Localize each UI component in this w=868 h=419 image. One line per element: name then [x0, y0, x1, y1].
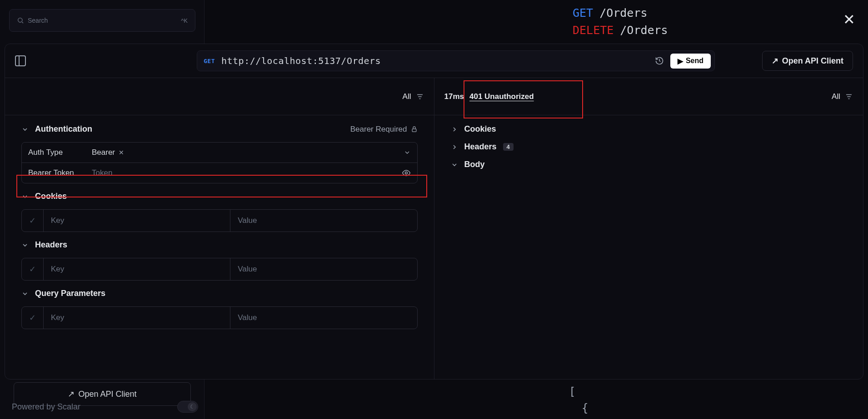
- theme-toggle[interactable]: ☾: [177, 401, 198, 413]
- bearer-token-input[interactable]: Token: [92, 168, 112, 177]
- send-button[interactable]: ▶ Send: [670, 54, 711, 69]
- response-pane: 17ms 401 Unauthorized All Cookies H: [434, 78, 863, 379]
- powered-by-label: Powered by Scalar: [12, 402, 80, 412]
- headers-count-badge: 4: [503, 143, 514, 151]
- section-query-parameters[interactable]: Query Parameters: [21, 289, 418, 298]
- search-placeholder: Search: [28, 17, 48, 24]
- auth-required-label: Bearer Required: [350, 125, 407, 134]
- chevron-down-icon: [451, 161, 458, 168]
- bg-json-preview: [ { "date": "2024-11-26",: [569, 384, 732, 419]
- sidebar-toggle-icon[interactable]: [15, 55, 26, 66]
- response-section-headers[interactable]: Headers 4: [451, 142, 847, 152]
- moon-icon: ☾: [188, 402, 197, 411]
- svg-point-6: [405, 172, 407, 174]
- cookies-value-input[interactable]: Value: [230, 210, 417, 232]
- chevron-right-icon: [451, 143, 458, 151]
- svg-line-1: [22, 22, 23, 23]
- filter-all-label[interactable]: All: [832, 92, 840, 101]
- external-link-icon: ↗: [772, 56, 778, 66]
- request-pane-header: All: [5, 78, 434, 115]
- section-headers[interactable]: Headers: [21, 240, 418, 250]
- modal-body: All Authentication Bearer Required: [5, 78, 863, 379]
- chevron-down-icon: [21, 242, 29, 249]
- lock-icon: [411, 126, 418, 133]
- bg-footer: Powered by Scalar ☾: [12, 401, 198, 413]
- close-icon[interactable]: ✕: [843, 11, 855, 28]
- svg-rect-5: [412, 129, 416, 132]
- bearer-token-row[interactable]: Bearer Token Token: [22, 163, 417, 183]
- row-enable-checkbox[interactable]: ✓: [22, 258, 44, 280]
- cookies-key-input[interactable]: Key: [44, 210, 230, 232]
- open-api-client-button[interactable]: ↗ Open API Client: [762, 51, 853, 71]
- section-authentication[interactable]: Authentication Bearer Required: [21, 124, 418, 134]
- response-pane-header: 17ms 401 Unauthorized All: [434, 78, 863, 115]
- section-cookies[interactable]: Cookies: [21, 192, 418, 201]
- query-table: ✓ Key Value: [21, 306, 418, 329]
- play-icon: ▶: [678, 57, 683, 65]
- auth-type-row[interactable]: Auth Type Bearer ✕: [22, 143, 417, 163]
- url-bar[interactable]: GET http://localhost:5137/Orders ▶ Send: [197, 50, 715, 71]
- response-status[interactable]: 401 Unauthorized: [469, 92, 534, 101]
- external-link-icon: ↗: [68, 389, 75, 399]
- bg-search-input[interactable]: Search ^K: [9, 9, 195, 32]
- api-request-modal: GET http://localhost:5137/Orders ▶ Send …: [5, 44, 863, 380]
- filter-icon[interactable]: [416, 93, 424, 101]
- search-icon: [17, 17, 24, 24]
- filter-all-label[interactable]: All: [403, 92, 411, 101]
- filter-icon[interactable]: [845, 93, 853, 101]
- history-icon[interactable]: [655, 56, 664, 65]
- auth-box: Auth Type Bearer ✕ Bearer Token Token: [21, 142, 418, 183]
- chevron-down-icon: [21, 290, 29, 297]
- row-enable-checkbox[interactable]: ✓: [22, 307, 44, 329]
- method-badge: GET: [204, 58, 215, 64]
- svg-point-0: [18, 18, 22, 22]
- headers-value-input[interactable]: Value: [230, 258, 417, 280]
- chevron-right-icon: [451, 126, 458, 133]
- cookies-table: ✓ Key Value: [21, 209, 418, 232]
- query-key-input[interactable]: Key: [44, 307, 230, 329]
- row-enable-checkbox[interactable]: ✓: [22, 210, 44, 232]
- chevron-down-icon: [21, 126, 29, 133]
- chevron-down-icon[interactable]: [404, 149, 411, 156]
- response-section-cookies[interactable]: Cookies: [451, 124, 847, 134]
- chevron-down-icon: [21, 193, 29, 200]
- query-value-input[interactable]: Value: [230, 307, 417, 329]
- response-section-body[interactable]: Body: [451, 160, 847, 169]
- headers-key-input[interactable]: Key: [44, 258, 230, 280]
- request-pane: All Authentication Bearer Required: [5, 78, 434, 379]
- response-time: 17ms: [444, 92, 464, 101]
- eye-icon[interactable]: [402, 168, 411, 177]
- url-text[interactable]: http://localhost:5137/Orders: [221, 55, 649, 66]
- search-shortcut: ^K: [181, 17, 188, 24]
- bg-endpoints: GET/Orders DELETE/Orders: [573, 5, 668, 39]
- clear-auth-icon[interactable]: ✕: [119, 149, 124, 156]
- headers-table: ✓ Key Value: [21, 258, 418, 281]
- modal-toolbar: GET http://localhost:5137/Orders ▶ Send …: [5, 44, 863, 78]
